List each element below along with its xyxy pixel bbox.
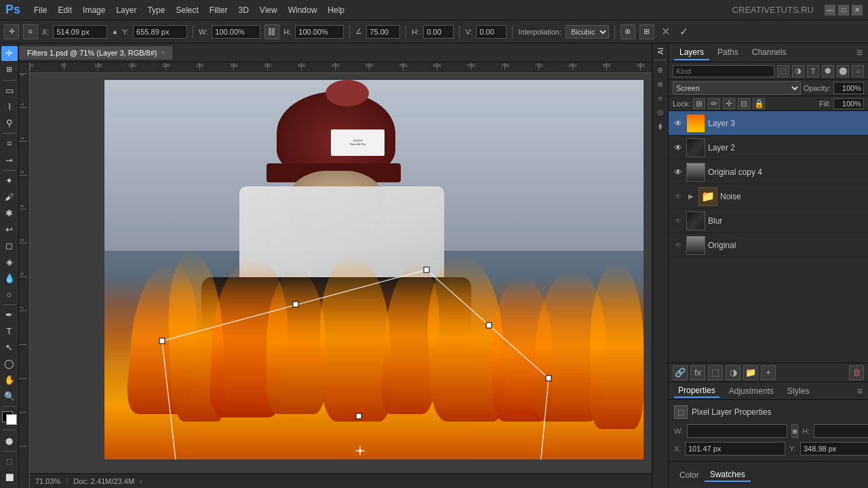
grid-icon[interactable]: ⊞ [639,24,654,39]
sidebar-tool-5[interactable]: ⧫ [658,122,662,131]
fill-input[interactable] [833,98,864,109]
lock-all-btn[interactable]: 🔒 [753,98,765,109]
clone-tool[interactable]: ✱ [1,206,18,221]
kind-search-input[interactable] [673,65,774,77]
props-y-input[interactable] [800,442,868,455]
chain-link-icon[interactable]: ⛓ [264,24,279,39]
brush-tool[interactable]: 🖌 [1,190,18,205]
filter-text-btn[interactable]: T [807,65,819,77]
sidebar-tool-1[interactable]: ⊕ [657,66,663,75]
move-tool-icon[interactable]: ✛ [4,24,19,39]
props-h-input[interactable] [814,424,868,438]
w-input[interactable] [212,25,260,39]
noise-expand-btn[interactable]: ▶ [686,192,696,201]
dodge-tool[interactable]: ○ [1,287,18,302]
interpolation-select[interactable]: Bicubic [566,25,609,39]
props-w-input[interactable] [687,424,787,438]
healing-tool[interactable]: ✦ [1,174,18,188]
filter-adjustment-btn[interactable]: ◑ [792,65,804,77]
commit-transform-icon[interactable]: ✓ [677,25,691,38]
sidebar-tool-2[interactable]: ⊗ [657,80,663,89]
menu-select[interactable]: Select [170,3,203,18]
h-input[interactable] [295,25,344,39]
tab-paths[interactable]: Paths [712,45,744,60]
menu-edit[interactable]: Edit [52,3,77,18]
tab-properties[interactable]: Properties [674,384,719,398]
layer-item-noise[interactable]: 👁 ▶ 📁 Noise [669,184,868,209]
cancel-transform-icon[interactable]: ✕ [658,25,673,38]
adjustment-layer-btn[interactable]: ◑ [726,365,741,380]
blur-tool[interactable]: 💧 [1,270,18,285]
original-visibility[interactable]: 👁 [673,240,684,251]
blur-visibility[interactable]: 👁 [673,216,684,226]
sidebar-tool-3[interactable]: ≡ [658,94,662,102]
tab-swatches[interactable]: Swatches [705,468,751,482]
tab-close-button[interactable]: × [161,49,165,56]
panel-menu-icon[interactable]: ≡ [856,47,863,59]
menu-3d[interactable]: 3D [233,3,254,18]
close-button[interactable]: ✕ [852,5,863,16]
canvas-wrapper[interactable]: 0 1 2 3 4 5 6 7 0 50 [19,62,652,488]
crop-tool[interactable]: ⌗ [1,136,18,151]
layer-fx-btn[interactable]: fx [690,365,705,380]
move-tool[interactable]: ✛ [1,46,18,61]
x-input[interactable] [53,25,107,39]
menu-help[interactable]: Help [322,3,350,18]
props-go-btn[interactable]: ⊕ [791,424,798,438]
layer-group-btn[interactable]: 📁 [743,365,758,380]
new-layer-btn[interactable]: + [761,365,776,380]
history-brush-tool[interactable]: ↩ [1,222,18,237]
warp-icon[interactable]: ⊛ [620,24,635,39]
layer-item-original[interactable]: 👁 Original [669,233,868,258]
filter-shape-btn[interactable]: ⬟ [822,65,834,77]
opacity-input[interactable] [833,82,864,94]
menu-layer[interactable]: Layer [111,3,142,18]
artboard-tool[interactable]: ⊞ [1,62,18,77]
sidebar-tool-4[interactable]: ◎ [657,108,664,117]
shape-tool[interactable]: ◯ [1,357,18,371]
quick-mask-btn[interactable]: ⬤ [1,433,18,448]
tab-styles[interactable]: Styles [783,385,814,397]
filter-toggle-btn[interactable]: ○ [852,65,864,77]
menu-view[interactable]: View [254,3,283,18]
orig-copy4-visibility[interactable]: 👁 [673,167,684,178]
filter-smart-btn[interactable]: ⬤ [837,65,849,77]
screen-mode-btn2[interactable]: ⬜ [1,470,18,485]
marquee-tool[interactable]: ▭ [1,83,18,98]
transform-options-icon[interactable]: ⧈ [23,24,38,39]
lasso-tool[interactable]: ⌇ [1,100,18,115]
filter-pixel-btn[interactable]: ⬚ [777,65,789,77]
screen-mode-btn[interactable]: ⬚ [1,454,18,469]
gradient-tool[interactable]: ◈ [1,254,18,269]
lock-artboard-btn[interactable]: ⊟ [738,98,750,109]
zoom-tool[interactable]: 🔍 [1,388,18,403]
layer-item-3[interactable]: 👁 Layer 3 [669,111,868,136]
menu-file[interactable]: File [28,3,52,18]
menu-window[interactable]: Window [283,3,323,18]
lock-position-btn[interactable]: ✛ [723,98,735,109]
layer-2-visibility[interactable]: 👁 [673,142,684,153]
eraser-tool[interactable]: ◻ [1,239,18,253]
layer-mask-btn[interactable]: ⬚ [708,365,723,380]
pen-tool[interactable]: ✒ [1,308,18,323]
props-x-input[interactable] [685,442,785,455]
eyedropper-tool[interactable]: ⊸ [1,152,18,167]
y-input[interactable] [133,25,187,39]
lock-transparent-btn[interactable]: ⊞ [693,98,705,109]
h2-input[interactable] [423,25,454,39]
tab-color[interactable]: Color [674,469,705,481]
tab-adjustments[interactable]: Adjustments [725,385,778,397]
menu-image[interactable]: Image [77,3,111,18]
blend-mode-select[interactable]: Screen [673,81,801,95]
tab-channels[interactable]: Channels [747,45,792,60]
color-swatch[interactable] [2,411,17,425]
text-tool[interactable]: T [1,324,18,339]
minimize-button[interactable]: — [825,5,835,16]
path-select-tool[interactable]: ↖ [1,340,18,355]
menu-type[interactable]: Type [142,3,170,18]
doc-size-arrow[interactable]: › [140,477,142,485]
layer-item-2[interactable]: 👁 Layer 2 [669,136,868,160]
delete-layer-btn[interactable]: 🗑 [849,365,864,380]
v-input[interactable] [476,25,507,39]
layer-item-blur[interactable]: 👁 Blur [669,209,868,233]
